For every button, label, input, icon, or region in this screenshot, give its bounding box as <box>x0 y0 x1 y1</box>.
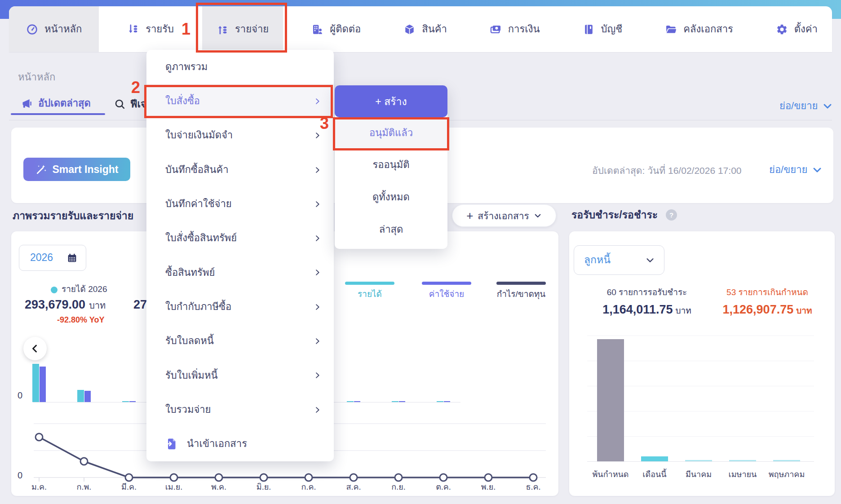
receivable-label: พ้นกำหนด <box>589 469 632 480</box>
menu-item-4[interactable]: บันทึกซื้อสินค้า <box>146 153 334 187</box>
legend-swatch <box>496 282 546 285</box>
income-legend-label: รายได้ 2026 <box>62 284 107 295</box>
bar-ค่าใช้จ่าย-ก.พ. <box>84 391 91 402</box>
nav-item-label: สินค้า <box>422 23 447 36</box>
menu-item-label: ใบสั่งซื้อสินทรัพย์ <box>165 232 237 245</box>
debtor-selector[interactable]: ลูกหนี้ <box>574 245 664 275</box>
menu-item-8[interactable]: ใบกำกับภาษีซื้อ <box>146 290 334 324</box>
tab-features-label: ฟีเจ <box>130 98 146 111</box>
create-document-button[interactable]: + สร้างเอกสาร <box>452 204 556 227</box>
search-icon <box>114 98 126 110</box>
receivable-bar-เดือนนี้ <box>641 456 668 461</box>
menu-item-5[interactable]: บันทึกค่าใช้จ่าย <box>146 187 334 221</box>
menu-item-11[interactable]: ใบรวมจ่าย <box>146 393 334 427</box>
menu-item-10[interactable]: รับใบเพิ่มหนี้ <box>146 358 334 393</box>
month-label: ส.ค. <box>336 482 372 492</box>
menu-item-6[interactable]: ใบสั่งซื้อสินทรัพย์ <box>146 221 334 255</box>
overview-section-title: ภาพรวมรายรับและรายจ่าย <box>13 209 133 223</box>
month-label: ก.ค. <box>291 482 327 492</box>
chevron-down-icon <box>822 101 833 111</box>
submenu-item-4[interactable]: ล่าสุด <box>335 213 447 246</box>
tab-features[interactable]: ฟีเจ <box>114 98 146 111</box>
chevron-right-icon <box>314 371 321 379</box>
legend-label: รายได้ <box>345 289 394 300</box>
submenu-item-3[interactable]: ดูทั้งหมด <box>335 181 447 213</box>
submenu-item-1[interactable]: อนุมัติแล้ว <box>335 117 447 149</box>
chevron-right-icon <box>314 303 321 311</box>
menu-item-2[interactable]: ใบสั่งซื้อ <box>146 84 334 118</box>
submenu-item-2[interactable]: รออนุมัติ <box>335 149 447 181</box>
nav-item-folder[interactable]: คลังเอกสาร <box>651 6 748 52</box>
nav-item-label: คลังเอกสาร <box>683 23 733 36</box>
menu-item-label: ดูภาพรวม <box>165 61 208 74</box>
nav-item-gauge[interactable]: หน้าหลัก <box>9 6 99 52</box>
debtor-selector-value: ลูกหนี้ <box>584 253 611 267</box>
chevron-right-icon <box>314 269 321 276</box>
menu-item-label: นำเข้าเอกสาร <box>187 438 247 451</box>
income-amount-value: 293,679.00 <box>25 298 85 311</box>
month-label: พ.ค. <box>201 482 237 492</box>
carousel-back-button[interactable] <box>23 337 47 360</box>
chevron-right-icon <box>314 166 321 174</box>
month-label: พ.ย. <box>470 482 506 492</box>
chevron-right-icon <box>314 406 321 414</box>
month-label: มี.ค. <box>111 482 147 492</box>
nav-item-contacts[interactable]: ผู้ติดต่อ <box>297 6 375 52</box>
month-label: ก.ย. <box>381 482 416 492</box>
tab-latest-updates[interactable]: อัปเดตล่าสุด <box>21 97 91 110</box>
product-cube-icon <box>403 23 416 35</box>
nav-item-product-cube[interactable]: สินค้า <box>389 6 461 52</box>
nav-item-expense-sort[interactable]: รายจ่าย <box>202 6 283 52</box>
menu-item-label: ใบสั่งซื้อ <box>165 95 200 108</box>
nav-item-label: ตั้งค่า <box>794 23 818 36</box>
legend-label: ค่าใช้จ่าย <box>422 289 471 300</box>
menu-item-12[interactable]: นำเข้าเอกสาร <box>146 427 334 461</box>
nav-item-gear[interactable]: ตั้งค่า <box>761 6 832 52</box>
smart-insight-button[interactable]: Smart Insight <box>23 158 130 181</box>
create-document-label: สร้างเอกสาร <box>478 208 529 223</box>
chevron-left-icon <box>30 343 40 354</box>
receivable-chart-baseline <box>587 461 814 462</box>
bar-ค่าใช้จ่าย-ม.ค. <box>40 367 46 402</box>
chevron-down-icon <box>645 255 655 265</box>
nav-item-label: รายรับ <box>146 23 174 36</box>
year-selector[interactable]: 2026 <box>19 245 86 271</box>
nav-item-money[interactable]: การเงิน <box>475 6 554 52</box>
nav-item-income-sort[interactable]: รายรับ <box>113 6 188 52</box>
menu-item-label: บันทึกค่าใช้จ่าย <box>165 198 232 211</box>
pending-receivable-stat: 60 รายการรอรับชำระ 1,164,011.75บาท <box>587 287 707 318</box>
chevron-right-icon <box>314 337 321 345</box>
legend-swatch <box>422 282 471 285</box>
yoy-change: -92.80% YoY <box>57 315 104 325</box>
overdue-amount: 1,126,907.75 <box>723 303 794 316</box>
help-icon[interactable]: ? <box>666 209 677 221</box>
month-label: มิ.ย. <box>246 482 282 492</box>
legend-item-1[interactable]: รายได้ <box>345 282 394 300</box>
currency-label: บาท <box>675 306 691 315</box>
month-label: ต.ค. <box>425 482 461 492</box>
menu-item-label: ซื้อสินทรัพย์ <box>165 266 215 279</box>
receivable-section-title: รอรับชำระ/รอชำระ <box>571 208 658 222</box>
menu-item-label: บันทึกซื้อสินค้า <box>165 164 229 177</box>
nav-item-ledger[interactable]: บัญชี <box>568 6 637 52</box>
collapse-expand-smart[interactable]: ย่อ/ขยาย <box>769 164 823 177</box>
expense-dropdown-menu: ดูภาพรวมใบสั่งซื้อใบจ่ายเงินมัดจำบันทึกซ… <box>146 50 334 461</box>
ledger-icon <box>583 23 595 35</box>
menu-item-9[interactable]: รับใบลดหนี้ <box>146 324 334 358</box>
contacts-icon <box>311 23 323 35</box>
legend-item-2[interactable]: ค่าใช้จ่าย <box>422 282 471 300</box>
plus-icon: + <box>466 209 473 223</box>
nav-item-label: หน้าหลัก <box>44 23 82 36</box>
menu-item-3[interactable]: ใบจ่ายเงินมัดจำ <box>146 119 334 153</box>
annotation-step-2: 2 <box>131 77 140 98</box>
receivable-label: มีนาคม <box>677 469 720 480</box>
pending-amount: 1,164,011.75 <box>602 303 673 316</box>
menu-item-1[interactable]: ดูภาพรวม <box>146 50 334 84</box>
legend-item-3[interactable]: กำไร/ขาดทุน <box>496 282 546 300</box>
menu-item-7[interactable]: ซื้อสินทรัพย์ <box>146 256 334 290</box>
create-po-button[interactable]: + สร้าง <box>335 85 447 117</box>
collapse-expand-top[interactable]: ย่อ/ขยาย <box>779 100 833 113</box>
receivable-label: เมษายน <box>721 469 764 480</box>
magic-wand-icon <box>35 164 47 175</box>
gauge-icon <box>26 23 38 35</box>
